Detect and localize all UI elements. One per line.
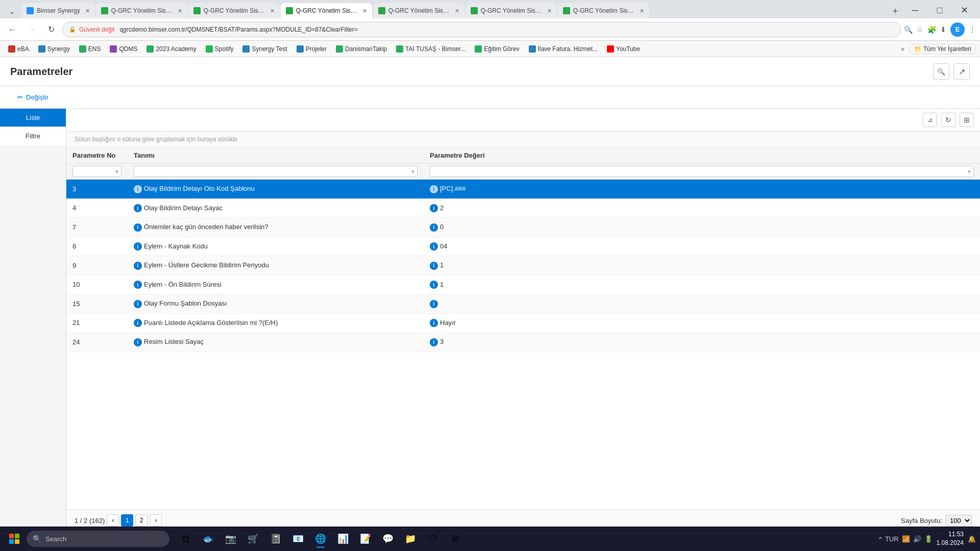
bookmark-icon-0	[8, 45, 15, 53]
browser-tab-6[interactable]: Q-GRC Yönetim Siste... ✕	[558, 3, 649, 18]
page-size-select[interactable]: 100 50 200	[945, 515, 972, 527]
content-area: ⊿ ↻ ⊞ Sütun başlığını o sütuna göre grup…	[66, 109, 980, 531]
table-row[interactable]: 4 iOlay Bildirim Detayı Sayac i2	[66, 198, 980, 218]
taskbar-search[interactable]: 🔍 Search	[27, 531, 169, 547]
next-page-button[interactable]: ›	[150, 514, 162, 527]
notifications-icon[interactable]: 🔔	[968, 535, 976, 543]
filter-toolbar-icon[interactable]: ⊿	[923, 113, 937, 127]
taskbar-app-explorer[interactable]: 📁	[400, 529, 421, 549]
back-button[interactable]: ←	[4, 21, 20, 38]
filter-deger-input[interactable]	[430, 166, 974, 177]
volume-icon[interactable]: 🔊	[913, 535, 921, 543]
taskbar-app-files[interactable]: 🐟	[198, 529, 218, 549]
taskbar-app-onenote[interactable]: 📓	[265, 529, 286, 549]
bookmark-i-lave-fatura--hizmet---[interactable]: İlave Fatura. Hizmet...	[525, 44, 602, 54]
tab-close-6[interactable]: ✕	[640, 8, 644, 14]
bookmark-e-itim-g-rev[interactable]: Eğitim Görev	[471, 44, 523, 54]
taskbar-time[interactable]: 11:53 1.08.2024	[937, 530, 964, 547]
tab-close-1[interactable]: ✕	[178, 8, 182, 14]
battery-icon[interactable]: 🔋	[924, 535, 933, 543]
bookmark-ens[interactable]: ENS	[75, 44, 105, 54]
table-container[interactable]: Parametre No Tanımı Parametre Değeri	[66, 147, 980, 510]
new-tab-button[interactable]: +	[888, 4, 902, 18]
search-header-icon[interactable]: 🔍	[933, 63, 949, 80]
profile-avatar[interactable]: E	[950, 22, 965, 37]
chevron-tray-icon[interactable]: ^	[879, 535, 882, 543]
bookmark-qdms[interactable]: QDMS	[106, 44, 141, 54]
taskbar-app-settings[interactable]: ⚙	[445, 529, 465, 549]
bookmark-synergy-test[interactable]: Synergy Test	[238, 44, 291, 54]
sidebar-item-liste[interactable]: Liste	[0, 109, 66, 127]
header-actions: 🔍 ↗	[933, 63, 970, 80]
browser-tab-1[interactable]: Q-GRC Yönetim Siste... ✕	[96, 3, 187, 18]
taskbar-app-security[interactable]: 🛡	[423, 529, 443, 549]
wifi-icon[interactable]: 📶	[902, 535, 910, 543]
table-row[interactable]: 8 iEylem - Kaynak Kodu i04	[66, 237, 980, 256]
refresh-button[interactable]: ↻	[43, 21, 59, 38]
minimize-button[interactable]: ─	[903, 2, 927, 18]
page-2-button[interactable]: 2	[135, 514, 148, 527]
page-1-button[interactable]: 1	[121, 514, 133, 527]
grid-toolbar-icon[interactable]: ⊞	[960, 113, 974, 127]
address-bar[interactable]: 🔒 Güvenli değil qgrcdemo.bimser.com.tr/Q…	[62, 22, 901, 37]
taskbar-app-word[interactable]: 📝	[355, 529, 376, 549]
bookmark-eba[interactable]: eBA	[4, 44, 33, 54]
taskbar-app-outlook[interactable]: 📧	[288, 529, 308, 549]
table-row[interactable]: 15 iOlay Formu Şablon Dosyası i	[66, 294, 980, 314]
table-row[interactable]: 21 iPuanlı Listede Açıklama Gösterilsin …	[66, 313, 980, 333]
all-bookmarks-folder[interactable]: 📁 Tüm Yer İşaretleri	[910, 44, 976, 54]
tab-close-2[interactable]: ✕	[270, 8, 275, 14]
filter-tanim-input[interactable]	[134, 166, 418, 177]
filter-no-funnel-icon[interactable]: ▼	[114, 169, 119, 174]
table-row[interactable]: 24 iResim Listesi Sayaç i3	[66, 333, 980, 352]
more-options-icon[interactable]: ⋮	[969, 26, 976, 34]
download-icon[interactable]: ⬇	[940, 26, 946, 34]
taskbar-app-multiwindow[interactable]: ⧉	[176, 529, 196, 549]
filter-deger-funnel-icon[interactable]: ▼	[967, 169, 972, 174]
table-row[interactable]: 9 iEylem - Üstlere Gecikme Bildirim Peri…	[66, 256, 980, 276]
tab-close-4[interactable]: ✕	[455, 8, 459, 14]
close-button[interactable]: ✕	[952, 2, 976, 18]
cell-tanim-8: iResim Listesi Sayaç	[128, 333, 424, 352]
bookmark-icon-12	[607, 45, 614, 53]
forward-button[interactable]: →	[23, 21, 40, 38]
browser-tab-0[interactable]: Bimser Synergy ✕	[21, 3, 95, 18]
change-button[interactable]: ✏ Değiştir	[10, 90, 56, 104]
tab-menu-btn[interactable]: ⌄	[4, 4, 20, 18]
bookmark-star-icon[interactable]: ☆	[917, 26, 923, 34]
search-address-icon[interactable]: 🔍	[904, 26, 913, 34]
extensions-icon[interactable]: 🧩	[927, 26, 936, 34]
browser-tab-4[interactable]: Q-GRC Yönetim Siste... ✕	[373, 3, 464, 18]
bookmark-projeler[interactable]: Projeler	[292, 44, 331, 54]
bookmark-danismantakip[interactable]: DanismanTakip	[332, 44, 391, 54]
bookmarks-more-icon[interactable]: »	[901, 45, 904, 53]
taskbar-app-chrome[interactable]: 🌐	[310, 529, 331, 549]
browser-tab-3[interactable]: Q-GRC Yönetim Siste... ✕	[281, 3, 372, 18]
taskbar-app-photos[interactable]: 📷	[220, 529, 241, 549]
bookmark-synergy[interactable]: Synergy	[34, 44, 74, 54]
bookmark-tai--tusa----bimser---[interactable]: TAİ TUSAŞ - Bimser...	[392, 44, 470, 54]
start-button[interactable]	[4, 529, 24, 549]
cell-no-5: 10	[66, 275, 128, 294]
refresh-toolbar-button[interactable]: ↻	[941, 113, 955, 127]
table-row[interactable]: 7 iÖnlemler kaç gün önceden haber verils…	[66, 218, 980, 237]
bookmark-youtube[interactable]: YouTube	[603, 44, 644, 54]
tab-close-5[interactable]: ✕	[547, 8, 552, 14]
bookmark-2023-academy[interactable]: 2023 Academy	[142, 44, 200, 54]
prev-page-button[interactable]: ‹	[107, 514, 119, 527]
table-row[interactable]: 3 iOlay Bildirim Detayı Oto Kod Şablonu …	[66, 180, 980, 199]
export-header-icon[interactable]: ↗	[953, 63, 970, 80]
page-title: Parametreler	[10, 66, 72, 78]
filter-tanim-funnel-icon[interactable]: ▼	[410, 169, 415, 174]
table-row[interactable]: 10 iEylem - Ön Bildirim Süresi i1	[66, 275, 980, 294]
taskbar-app-teams[interactable]: 💬	[378, 529, 398, 549]
bookmark-spotify[interactable]: Spotify	[202, 44, 238, 54]
taskbar-app-store[interactable]: 🛒	[243, 529, 263, 549]
sidebar-item-filtre[interactable]: Filtre	[0, 127, 66, 145]
taskbar-app-excel[interactable]: 📊	[333, 529, 353, 549]
tab-close-0[interactable]: ✕	[85, 8, 90, 14]
browser-tab-5[interactable]: Q-GRC Yönetim Siste... ✕	[465, 3, 557, 18]
maximize-button[interactable]: □	[928, 2, 951, 18]
tab-close-3[interactable]: ✕	[362, 8, 367, 14]
browser-tab-2[interactable]: Q-GRC Yönetim Siste... ✕	[188, 3, 280, 18]
